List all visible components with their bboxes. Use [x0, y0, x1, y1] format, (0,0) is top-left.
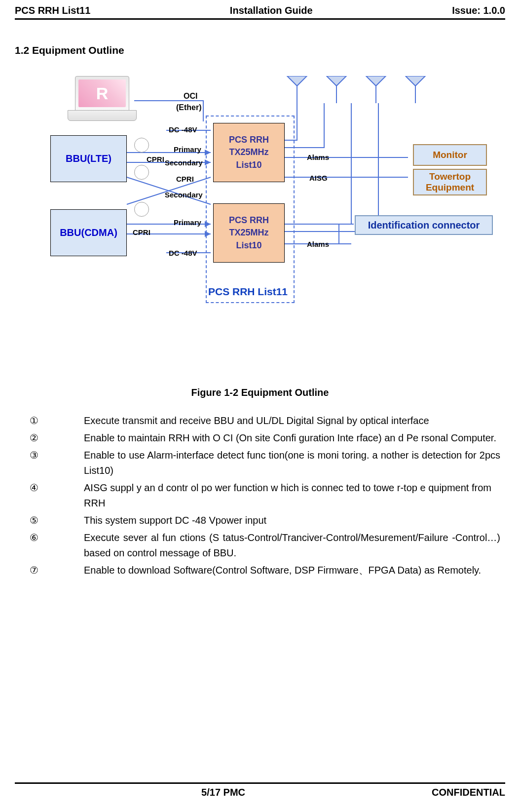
item-number: ③ — [30, 448, 84, 478]
bbu-lte-label: BBU(LTE) — [66, 153, 111, 164]
cpri-bot-label: CPRI — [133, 228, 150, 236]
item-text: This system support DC -48 Vpower input — [84, 513, 500, 528]
list-item: ② Enable to maintain RRH with O CI (On s… — [30, 430, 500, 446]
dc48-bot-label: DC -48V — [169, 249, 197, 257]
item-text: AISG suppl y an d contr ol po wer functi… — [84, 480, 500, 511]
cpri-port-icon — [134, 165, 149, 180]
alams-top-label: Alams — [307, 153, 329, 161]
footer-center: 5/17 PMC — [201, 787, 245, 798]
identification-label: Identification connector — [368, 220, 480, 231]
header-right: Issue: 1.0.0 — [452, 5, 505, 16]
laptop-icon: R — [68, 76, 137, 123]
list-item: ④ AISG suppl y an d contr ol po wer func… — [30, 480, 500, 511]
feature-list: ① Execute transmit and receive BBU and U… — [15, 413, 505, 578]
towertop-box: Towertop Equipment — [413, 169, 487, 195]
rrh-top-line1: PCS RRH — [229, 134, 269, 146]
cpri-top-label: CPRI — [147, 155, 164, 163]
towertop-label-2: Equipment — [426, 182, 474, 193]
antenna-icon — [403, 76, 428, 103]
item-text: Execute transmit and receive BBU and UL/… — [84, 413, 500, 428]
monitor-box: Monitor — [413, 144, 487, 166]
alams-bot-label: Alams — [307, 240, 329, 248]
laptop-glyph: R — [78, 79, 126, 107]
page-footer: 5/17 PMC CONFIDENTIAL — [15, 782, 505, 798]
list-item: ⑤ This system support DC -48 Vpower inpu… — [30, 513, 500, 528]
figure-caption: Figure 1-2 Equipment Outline — [15, 387, 505, 398]
antenna-icon — [324, 76, 349, 103]
rrh-bot-line3: List10 — [236, 239, 261, 252]
rrh-top-box: PCS RRH TX25MHz List10 — [213, 123, 285, 182]
item-text: Enable to download Software(Control Soft… — [84, 563, 500, 578]
towertop-label-1: Towertop — [429, 171, 471, 182]
aisg-label: AISG — [309, 174, 328, 182]
bbu-cdma-box: BBU(CDMA) — [50, 209, 127, 256]
dc48-top-label: DC -48V — [169, 125, 197, 134]
cpri-mid-label: CPRI — [176, 175, 194, 183]
item-number: ④ — [30, 480, 84, 511]
primary-top-label: Primary — [174, 145, 201, 154]
item-text: Enable to maintain RRH with O CI (On sit… — [84, 430, 500, 446]
list-item: ① Execute transmit and receive BBU and U… — [30, 413, 500, 428]
cpri-port-icon — [134, 202, 149, 217]
rrh-bot-line1: PCS RRH — [229, 214, 269, 227]
item-number: ⑥ — [30, 530, 84, 561]
item-number: ② — [30, 430, 84, 446]
monitor-label: Monitor — [433, 150, 467, 160]
header-left: PCS RRH List11 — [15, 5, 90, 16]
list-item: ⑥ Execute sever al fun ctions (S tatus-C… — [30, 530, 500, 561]
oci-label: OCI — [184, 92, 197, 101]
rrh-list11-caption: PCS RRH List11 — [208, 286, 288, 298]
rrh-top-line2: TX25MHz — [229, 146, 268, 158]
header-center: Installation Guide — [230, 5, 313, 16]
primary-bot-label: Primary — [174, 218, 201, 227]
identification-box: Identification connector — [355, 215, 493, 235]
antenna-icon — [364, 76, 388, 103]
page-header: PCS RRH List11 Installation Guide Issue:… — [15, 5, 505, 20]
bbu-cdma-label: BBU(CDMA) — [60, 227, 117, 238]
bbu-lte-box: BBU(LTE) — [50, 135, 127, 182]
item-text: Enable to use Alarm-interface detect fun… — [84, 448, 500, 478]
footer-right: CONFIDENTIAL — [432, 787, 505, 798]
section-title: 1.2 Equipment Outline — [15, 44, 505, 56]
rrh-bot-line2: TX25MHz — [229, 227, 268, 239]
item-number: ① — [30, 413, 84, 428]
antenna-row — [285, 76, 428, 103]
list-item: ③ Enable to use Alarm-interface detect f… — [30, 448, 500, 478]
equipment-diagram: R BBU(LTE) BBU(CDMA) — [23, 76, 497, 352]
secondary-bot-label: Secondary — [165, 191, 203, 199]
item-text: Execute sever al fun ctions (S tatus-Con… — [84, 530, 500, 561]
cpri-port-icon — [134, 138, 149, 153]
rrh-bottom-box: PCS RRH TX25MHz List10 — [213, 203, 285, 263]
secondary-top-label: Secondary — [165, 158, 203, 167]
list-item: ⑦ Enable to download Software(Control So… — [30, 563, 500, 578]
oci-ether-label: (Ether) — [176, 103, 202, 112]
item-number: ⑤ — [30, 513, 84, 528]
item-number: ⑦ — [30, 563, 84, 578]
antenna-icon — [285, 76, 309, 103]
rrh-top-line3: List10 — [236, 159, 261, 171]
